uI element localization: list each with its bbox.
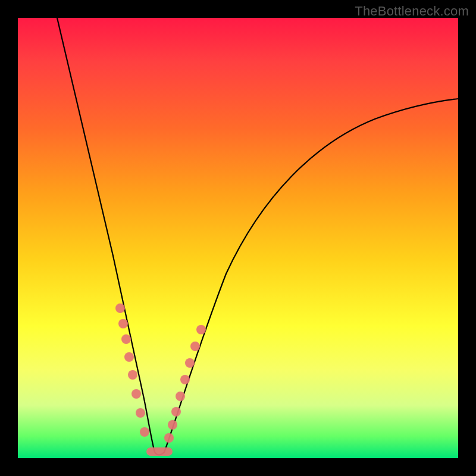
svg-point-7 xyxy=(140,427,149,437)
chart-frame: TheBottleneck.com xyxy=(0,0,476,476)
svg-point-13 xyxy=(185,358,195,368)
svg-point-0 xyxy=(115,303,125,313)
curve-layer xyxy=(18,18,458,458)
svg-point-15 xyxy=(196,325,206,334)
svg-point-8 xyxy=(164,433,174,443)
svg-point-2 xyxy=(121,334,131,344)
svg-point-9 xyxy=(168,420,177,430)
markers-right xyxy=(164,325,206,443)
svg-rect-16 xyxy=(146,447,173,456)
curve-left-branch xyxy=(57,18,155,452)
attribution-text: TheBottleneck.com xyxy=(355,4,469,19)
svg-point-14 xyxy=(190,342,200,351)
svg-point-1 xyxy=(118,319,128,328)
svg-point-11 xyxy=(176,392,185,401)
curve-right-branch xyxy=(155,99,458,455)
svg-point-5 xyxy=(131,389,141,399)
plot-area xyxy=(18,18,458,458)
svg-point-12 xyxy=(180,375,190,384)
markers-bottom xyxy=(146,447,173,456)
svg-point-10 xyxy=(171,407,181,416)
markers-left xyxy=(115,303,149,437)
svg-point-4 xyxy=(128,370,137,380)
svg-point-3 xyxy=(124,352,134,362)
svg-point-6 xyxy=(136,408,145,418)
